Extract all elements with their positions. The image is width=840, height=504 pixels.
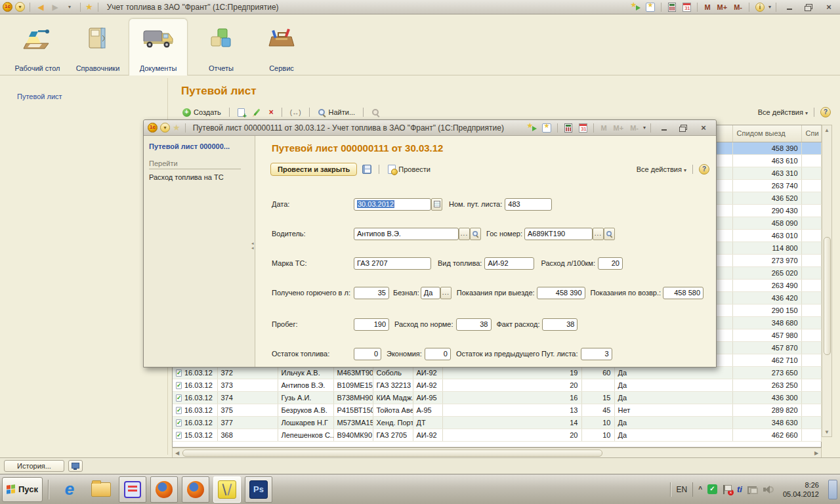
all-actions-button[interactable]: Все действия ▾: [758, 108, 808, 116]
delete-button[interactable]: ×: [266, 106, 276, 118]
minimize-button[interactable]: [781, 2, 798, 12]
start-button[interactable]: Пуск: [2, 477, 43, 502]
date-picker-button[interactable]: [431, 198, 442, 211]
favorites-star-icon[interactable]: ★: [85, 2, 93, 12]
tab-documents[interactable]: Документы: [129, 18, 188, 75]
create-button[interactable]: + Создать: [180, 107, 224, 118]
show-favorites-icon[interactable]: [541, 122, 553, 134]
set-interval-button[interactable]: (↔): [287, 108, 304, 117]
tray-expand-icon[interactable]: ^: [698, 486, 702, 493]
table-row[interactable]: 16.03.12377Лошкарев Н.ГМ573МА150Хенд. По…: [173, 416, 821, 429]
taskbar-compass-button[interactable]: [213, 476, 241, 503]
tab-desktop[interactable]: Рабочий стол: [8, 20, 67, 75]
norm-field[interactable]: 38: [456, 318, 492, 331]
post-button[interactable]: Провести: [385, 163, 433, 175]
taskbar-firefox-button[interactable]: [150, 476, 178, 503]
mileage-field[interactable]: 190: [354, 318, 389, 331]
table-row[interactable]: 16.03.12373Антипов В.Э.В109МЕ150ГАЗ 3221…: [173, 379, 821, 391]
edit-button[interactable]: [251, 107, 263, 117]
antivirus-tray-icon[interactable]: ✓: [707, 484, 717, 494]
vertical-scrollbar[interactable]: ▲ ▼: [822, 125, 832, 437]
memory-add-button[interactable]: M+: [612, 124, 626, 132]
current-document-link[interactable]: Путевой лист 000000...: [149, 142, 249, 150]
fuel-type-field[interactable]: АИ-92: [484, 257, 534, 270]
post-and-close-button[interactable]: Провести и закрыть: [270, 163, 357, 176]
odo-ret-field[interactable]: 458 580: [663, 287, 704, 299]
scroll-right-icon[interactable]: ▶: [812, 448, 821, 457]
memory-recall-button[interactable]: M: [702, 3, 712, 11]
history-button[interactable]: История...: [4, 460, 64, 472]
sheet-num-field[interactable]: 483: [505, 198, 552, 211]
tab-reports[interactable]: Отчеты: [192, 20, 251, 75]
beznal-select-button[interactable]: ...: [440, 287, 452, 299]
rate-field[interactable]: 20: [598, 257, 623, 270]
column-header[interactable]: Спи: [801, 125, 821, 142]
sidebar-item-waybill[interactable]: Путевой лист: [17, 93, 167, 100]
scroll-down-icon[interactable]: ▼: [822, 427, 831, 436]
memory-add-button[interactable]: M+: [715, 3, 730, 11]
table-row[interactable]: 16.03.12375Безруков А.В.Р415ВТ150Тойота …: [173, 404, 821, 416]
scroll-left-icon[interactable]: ◀: [173, 448, 182, 457]
table-row[interactable]: 16.03.12372Ильчук А.В.М463МТ90СобольАИ-9…: [173, 366, 821, 379]
info-dropdown-icon[interactable]: ▾: [768, 4, 771, 10]
calendar-button[interactable]: [681, 1, 692, 13]
all-actions-button[interactable]: Все действия ▾: [637, 165, 686, 173]
economy-field[interactable]: 0: [425, 348, 451, 360]
plate-field[interactable]: А689КТ190: [524, 228, 593, 240]
show-desktop-button[interactable]: [828, 480, 837, 499]
system-menu-button[interactable]: ▾: [15, 2, 25, 12]
find-button[interactable]: Найти...: [315, 107, 358, 118]
fact-field[interactable]: 38: [542, 318, 578, 331]
table-row[interactable]: 15.03.12368Лепешенков С...В940МК90ГАЗ 27…: [173, 429, 821, 441]
help-button[interactable]: ?: [699, 164, 709, 175]
memory-subtract-button[interactable]: M-: [628, 124, 640, 132]
date-field[interactable]: 30.03.2012: [354, 198, 431, 211]
plate-select-button[interactable]: ...: [593, 228, 604, 240]
add-favorite-icon[interactable]: [525, 122, 538, 134]
calendar-button[interactable]: [577, 122, 589, 134]
fuel-left-field[interactable]: 0: [354, 348, 381, 360]
calculator-button[interactable]: [666, 1, 678, 13]
driver-search-button[interactable]: [470, 228, 481, 240]
taskbar-firefox-button-2[interactable]: [182, 476, 209, 503]
fuel-consumption-link[interactable]: Расход топлива на ТС: [149, 173, 249, 181]
show-favorites-icon[interactable]: [644, 1, 656, 13]
scroll-up-icon[interactable]: ▲: [822, 125, 831, 135]
save-button[interactable]: [361, 163, 373, 175]
info-button[interactable]: i: [754, 1, 766, 13]
taskbar-photoshop-button[interactable]: Ps: [245, 476, 272, 503]
taskbar-clock[interactable]: 8:26 05.04.2012: [779, 480, 823, 499]
beznal-field[interactable]: Да: [421, 287, 440, 299]
speaker-icon[interactable]: [763, 485, 774, 494]
add-favorite-icon[interactable]: [629, 1, 642, 13]
column-header[interactable]: Спидом выезд: [732, 125, 801, 142]
back-button[interactable]: ◀: [35, 1, 47, 13]
odo-out-field[interactable]: 458 390: [537, 287, 585, 299]
action-center-icon[interactable]: ×: [723, 484, 732, 495]
splitter-handle[interactable]: ◂◂: [251, 241, 254, 250]
help-button[interactable]: ?: [820, 107, 831, 117]
plate-search-button[interactable]: [604, 228, 615, 240]
tab-service[interactable]: Сервис: [252, 20, 311, 75]
calculator-button[interactable]: [562, 122, 574, 134]
more-dropdown-icon[interactable]: ▾: [643, 125, 646, 131]
ti-tray-icon[interactable]: ti: [737, 484, 742, 494]
taskbar-explorer-button[interactable]: [87, 476, 115, 503]
history-dropdown-button[interactable]: ▾: [64, 1, 75, 13]
driver-field[interactable]: Антипов В.Э.: [354, 228, 459, 240]
scrollbar-thumb[interactable]: [824, 237, 831, 355]
prev-left-field[interactable]: 3: [581, 348, 612, 360]
vehicle-field[interactable]: ГАЗ 2707: [354, 257, 431, 270]
forward-button[interactable]: ▶: [49, 1, 61, 13]
memory-subtract-button[interactable]: M-: [732, 3, 744, 11]
restore-button[interactable]: [801, 2, 818, 12]
memory-recall-button[interactable]: M: [598, 124, 608, 132]
tab-reference-books[interactable]: Справочники: [68, 20, 127, 75]
language-indicator[interactable]: EN: [670, 482, 693, 497]
monitor-icon-button[interactable]: [68, 460, 83, 472]
close-button[interactable]: ×: [820, 2, 837, 12]
cancel-search-button[interactable]: [369, 107, 383, 118]
network-icon[interactable]: [747, 485, 758, 494]
taskbar-ie-button[interactable]: e: [56, 476, 83, 503]
close-button[interactable]: ×: [695, 123, 712, 133]
